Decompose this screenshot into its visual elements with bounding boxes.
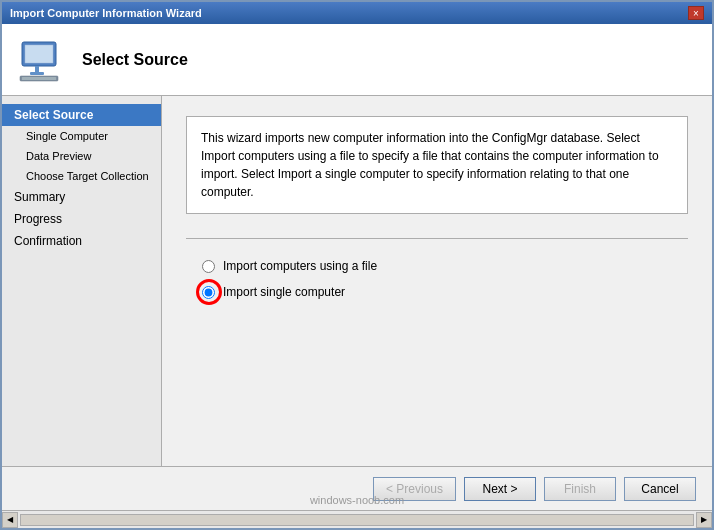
window-title: Import Computer Information Wizard bbox=[10, 7, 202, 19]
nav-item-single-computer[interactable]: Single Computer bbox=[2, 126, 161, 146]
finish-button[interactable]: Finish bbox=[544, 477, 616, 501]
scroll-track[interactable] bbox=[20, 514, 694, 526]
wizard-content: This wizard imports new computer informa… bbox=[162, 96, 712, 466]
prev-button[interactable]: < Previous bbox=[373, 477, 456, 501]
title-bar: Import Computer Information Wizard × bbox=[2, 2, 712, 24]
svg-rect-1 bbox=[25, 45, 53, 63]
option-import-file-label: Import computers using a file bbox=[223, 259, 377, 273]
nav-item-choose-target[interactable]: Choose Target Collection bbox=[2, 166, 161, 186]
close-button[interactable]: × bbox=[688, 6, 704, 20]
wizard-icon bbox=[18, 36, 66, 84]
nav-item-progress[interactable]: Progress bbox=[2, 208, 161, 230]
options-area: Import computers using a file Import sin… bbox=[186, 259, 688, 299]
content-divider bbox=[186, 238, 688, 239]
next-button[interactable]: Next > bbox=[464, 477, 536, 501]
svg-rect-5 bbox=[22, 77, 56, 80]
nav-item-summary[interactable]: Summary bbox=[2, 186, 161, 208]
wizard-footer: < Previous Next > Finish Cancel bbox=[2, 466, 712, 510]
description-box: This wizard imports new computer informa… bbox=[186, 116, 688, 214]
header-title: Select Source bbox=[82, 51, 188, 69]
svg-rect-3 bbox=[30, 72, 44, 75]
nav-item-select-source[interactable]: Select Source bbox=[2, 104, 161, 126]
wizard-body: Select Source Single Computer Data Previ… bbox=[2, 96, 712, 466]
nav-item-confirmation[interactable]: Confirmation bbox=[2, 230, 161, 252]
cancel-button[interactable]: Cancel bbox=[624, 477, 696, 501]
bottom-scrollbar: ◀ ▶ bbox=[2, 510, 712, 528]
wizard-header: Select Source bbox=[2, 24, 712, 96]
scroll-left-button[interactable]: ◀ bbox=[2, 512, 18, 528]
scroll-right-button[interactable]: ▶ bbox=[696, 512, 712, 528]
wizard-window: Import Computer Information Wizard × Sel… bbox=[0, 0, 714, 530]
description-text: This wizard imports new computer informa… bbox=[201, 131, 659, 199]
svg-rect-2 bbox=[35, 66, 39, 72]
nav-item-data-preview[interactable]: Data Preview bbox=[2, 146, 161, 166]
wizard-nav: Select Source Single Computer Data Previ… bbox=[2, 96, 162, 466]
option-import-file[interactable]: Import computers using a file bbox=[202, 259, 688, 273]
radio-selected-wrapper bbox=[202, 286, 215, 299]
radio-import-single[interactable] bbox=[202, 286, 215, 299]
option-import-single[interactable]: Import single computer bbox=[202, 285, 688, 299]
radio-import-file[interactable] bbox=[202, 260, 215, 273]
option-import-single-label: Import single computer bbox=[223, 285, 345, 299]
